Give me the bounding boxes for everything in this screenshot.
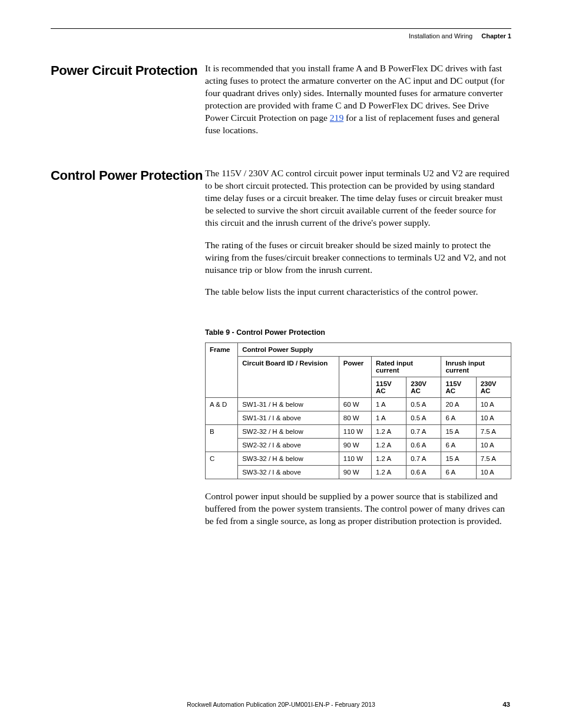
- th-frame: Frame: [206, 342, 238, 397]
- cell-power: 110 W: [339, 424, 371, 438]
- section-power-circuit: Power Circuit Protection It is recommend…: [51, 62, 511, 146]
- control-power-table: Frame Control Power Supply Circuit Board…: [205, 342, 511, 479]
- cell-board: SW1-31 / H & below: [238, 397, 339, 411]
- cell-frame: B: [206, 424, 238, 452]
- cell-power: 80 W: [339, 411, 371, 424]
- th-115: 115V AC: [441, 377, 476, 397]
- cell-board: SW3-32 / H & below: [238, 452, 339, 465]
- cell-board: SW3-32 / I & above: [238, 465, 339, 479]
- body-power-circuit: It is recommended that you install frame…: [205, 62, 511, 146]
- cell: 1.2 A: [371, 465, 406, 479]
- th-inrush: Inrush input current: [441, 356, 511, 377]
- cell-board: SW2-32 / I & above: [238, 438, 339, 452]
- cell: 15 A: [441, 452, 476, 465]
- th-115: 115V AC: [371, 377, 406, 397]
- cell-frame: C: [206, 452, 238, 479]
- cell: 10 A: [476, 465, 511, 479]
- table-row: SW2-32 / I & above 90 W 1.2 A 0.6 A 6 A …: [206, 438, 511, 452]
- cell: 0.6 A: [406, 465, 441, 479]
- para: The table below lists the input current …: [205, 285, 511, 298]
- cell-power: 110 W: [339, 452, 371, 465]
- cell: 1.2 A: [371, 438, 406, 452]
- para: The rating of the fuses or circuit break…: [205, 239, 511, 276]
- cell: 7.5 A: [476, 452, 511, 465]
- th-power: Power: [339, 356, 371, 397]
- cell: 10 A: [476, 397, 511, 411]
- table-caption: Table 9 - Control Power Protection: [205, 328, 511, 337]
- cell-board: SW1-31 / I & above: [238, 411, 339, 424]
- heading-power-circuit: Power Circuit Protection: [51, 62, 205, 146]
- table-row: B SW2-32 / H & below 110 W 1.2 A 0.7 A 1…: [206, 424, 511, 438]
- table-row: Frame Control Power Supply: [206, 342, 511, 356]
- cell: 6 A: [441, 438, 476, 452]
- th-230: 230V AC: [406, 377, 441, 397]
- heading-control-power: Control Power Protection: [51, 167, 205, 307]
- table-row: SW1-31 / I & above 80 W 1 A 0.5 A 6 A 10…: [206, 411, 511, 424]
- cell: 20 A: [441, 397, 476, 411]
- cell: 0.6 A: [406, 438, 441, 452]
- cell-frame: A & D: [206, 397, 238, 424]
- running-head-section: Installation and Wiring: [409, 32, 472, 39]
- cell: 1.2 A: [371, 424, 406, 438]
- after-table-para: Control power input should be supplied b…: [205, 490, 511, 527]
- cell: 1 A: [371, 397, 406, 411]
- cell-power: 90 W: [339, 465, 371, 479]
- cell: 10 A: [476, 411, 511, 424]
- cell: 15 A: [441, 424, 476, 438]
- th-cps: Control Power Supply: [238, 342, 511, 356]
- cell: 6 A: [441, 411, 476, 424]
- cell: 7.5 A: [476, 424, 511, 438]
- cell: 1 A: [371, 411, 406, 424]
- table-row: A & D SW1-31 / H & below 60 W 1 A 0.5 A …: [206, 397, 511, 411]
- table-row: C SW3-32 / H & below 110 W 1.2 A 0.7 A 1…: [206, 452, 511, 465]
- th-board: Circuit Board ID / Revision: [238, 356, 339, 397]
- cell: 1.2 A: [371, 452, 406, 465]
- cell: 0.7 A: [406, 424, 441, 438]
- para: It is recommended that you install frame…: [205, 62, 511, 136]
- running-head: Installation and Wiring Chapter 1: [51, 32, 511, 39]
- th-rated: Rated input current: [371, 356, 441, 377]
- cell-power: 90 W: [339, 438, 371, 452]
- cell: 0.7 A: [406, 452, 441, 465]
- table-row: SW3-32 / I & above 90 W 1.2 A 0.6 A 6 A …: [206, 465, 511, 479]
- running-head-chapter: Chapter 1: [481, 32, 511, 39]
- cell: 6 A: [441, 465, 476, 479]
- section-control-power: Control Power Protection The 115V / 230V…: [51, 167, 511, 307]
- body-control-power: The 115V / 230V AC control circuit power…: [205, 167, 511, 307]
- cell-power: 60 W: [339, 397, 371, 411]
- page-link-219[interactable]: 219: [330, 113, 343, 123]
- header-rule: [51, 28, 511, 29]
- cell: 0.5 A: [406, 397, 441, 411]
- cell-board: SW2-32 / H & below: [238, 424, 339, 438]
- table-row: Circuit Board ID / Revision Power Rated …: [206, 356, 511, 377]
- para: The 115V / 230V AC control circuit power…: [205, 167, 511, 229]
- th-230: 230V AC: [476, 377, 511, 397]
- footer-pub: Rockwell Automation Publication 20P-UM00…: [0, 701, 562, 708]
- page-number: 43: [503, 701, 510, 708]
- cell: 10 A: [476, 438, 511, 452]
- cell: 0.5 A: [406, 411, 441, 424]
